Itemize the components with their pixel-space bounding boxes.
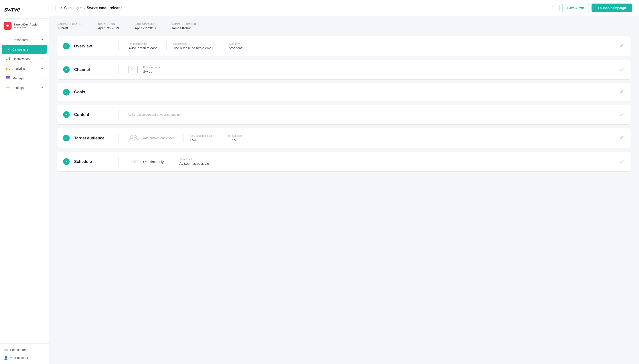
meta-created: CREATED ON Apr 17th 2019 xyxy=(91,22,128,30)
content-description: Add creative content to your campaign xyxy=(128,113,614,116)
footer-item-account[interactable]: 👤 Your account xyxy=(0,354,49,362)
sidebar-item-analytics[interactable]: Analytics ▾ xyxy=(2,64,47,74)
channel-edit-icon[interactable] xyxy=(619,66,625,73)
svg-rect-8 xyxy=(6,77,10,78)
scheduled-value: As soon as possible xyxy=(179,162,209,165)
schedule-fields: One time only Scheduled As soon as possi… xyxy=(143,158,614,165)
sidebar-item-label: Settings xyxy=(13,86,24,90)
provider-field: Provider name Swrve xyxy=(143,66,169,74)
account-icon: ★ xyxy=(4,22,12,30)
goals-edit-icon[interactable] xyxy=(619,89,625,96)
overview-check: ✓ xyxy=(63,43,70,50)
content-check: ✓ xyxy=(63,111,70,118)
sidebar-item-dashboard[interactable]: ⊞ Dashboard ▾ xyxy=(2,35,47,44)
audience-edit-icon[interactable] xyxy=(619,135,625,142)
breadcrumb-separator: › xyxy=(84,6,85,10)
provider-label: Provider name xyxy=(143,66,160,69)
status-dot xyxy=(58,27,60,29)
sidebar-item-settings[interactable]: Settings ▾ xyxy=(2,83,47,92)
sidebar-item-manage[interactable]: Manage ▾ xyxy=(2,74,47,83)
meta-status: CAMPAIGN STATUS Draft xyxy=(58,22,91,30)
breadcrumb-campaigns-text: Campaigns xyxy=(64,6,82,10)
channel-section: ✓ Channel Provider name Swrve xyxy=(57,60,631,80)
svg-point-13 xyxy=(134,136,136,138)
sidebar-item-campaigns[interactable]: ✈ Campaigns xyxy=(2,45,47,54)
svg-rect-3 xyxy=(9,57,10,60)
updated-value: Apr 17th 2019 xyxy=(135,26,156,30)
content-edit-icon[interactable] xyxy=(619,111,625,118)
logo-text: swrve xyxy=(5,7,29,14)
content-title: Content xyxy=(74,112,110,117)
main-nav: ⊞ Dashboard ▾ ✈ Campaigns Optimization ▾… xyxy=(0,33,49,344)
meta-updated: LAST UPDATED Apr 17th 2019 xyxy=(128,22,164,30)
audience-check: ✓ xyxy=(63,135,70,142)
meta-owner: CAMPAIGN OWNER James Kehoe xyxy=(165,22,205,30)
sidebar: swrve ★ Swrve-Dev-Apple Sandbox ⊞ Dashbo… xyxy=(0,0,49,364)
svg-rect-4 xyxy=(6,68,7,70)
schedule-edit-icon[interactable] xyxy=(619,158,625,165)
svg-rect-7 xyxy=(6,76,10,77)
launch-campaign-button[interactable]: Launch campaign xyxy=(591,4,632,12)
audience-title: Target audience xyxy=(74,136,110,140)
top-header: ✈ Campaigns › Swrve email release ⋮ Save… xyxy=(49,0,639,16)
svg-rect-9 xyxy=(6,78,10,79)
sidebar-logo: swrve xyxy=(0,0,49,18)
sidebar-footer: 📖 Help center 👤 Your account xyxy=(0,344,49,364)
svg-rect-2 xyxy=(8,58,9,60)
campaign-meta: CAMPAIGN STATUS Draft CREATED ON Apr 17t… xyxy=(57,22,631,30)
breadcrumb-campaigns-link[interactable]: ✈ Campaigns xyxy=(60,6,82,10)
account-section[interactable]: ★ Swrve-Dev-Apple Sandbox xyxy=(0,18,49,33)
save-exit-button[interactable]: Save & exit xyxy=(562,4,589,12)
description-field: Description The release of swrve email xyxy=(166,42,222,50)
schedule-check: ✓ xyxy=(63,158,70,165)
overview-title: Overview xyxy=(74,44,110,48)
campaign-name-field: Campaign name Swrve email release xyxy=(128,42,166,50)
more-options-icon[interactable]: ⋮ xyxy=(548,4,557,12)
category-label: Category xyxy=(229,42,243,46)
est-size-value: 654 xyxy=(190,138,212,142)
sidebar-item-label: Optimization xyxy=(13,57,30,61)
header-actions: ⋮ Save & exit Launch campaign xyxy=(548,4,632,12)
actions-divider xyxy=(559,5,560,11)
est-size-label: Est. audience size xyxy=(190,134,212,138)
created-value: Apr 17th 2019 xyxy=(98,26,119,30)
svg-point-10 xyxy=(8,87,9,88)
dashboard-icon: ⊞ xyxy=(6,38,10,42)
account-info: Swrve-Dev-Apple Sandbox xyxy=(14,23,38,29)
help-label: Help center xyxy=(10,348,26,352)
overview-edit-icon[interactable] xyxy=(619,43,625,50)
account-badge: Sandbox xyxy=(14,26,38,29)
campaigns-icon: ✈ xyxy=(6,47,10,52)
settings-icon xyxy=(6,86,10,90)
campaign-name-value: Swrve email release xyxy=(128,46,158,50)
manage-icon xyxy=(6,76,10,80)
account-footer-icon: 👤 xyxy=(4,356,8,360)
chevron-down-icon: ▾ xyxy=(42,68,43,70)
goals-title: Goals xyxy=(74,90,110,94)
description-value: The release of swrve email xyxy=(173,46,213,50)
schedule-title: Schedule xyxy=(74,160,110,164)
pct-users-field: % total users 99.55 xyxy=(221,134,252,142)
svg-point-12 xyxy=(130,135,133,138)
provider-value: Swrve xyxy=(143,70,160,74)
goals-section: ✓ Goals xyxy=(57,83,631,101)
footer-item-help[interactable]: 📖 Help center xyxy=(0,346,49,354)
description-label: Description xyxy=(173,42,213,46)
owner-label: CAMPAIGN OWNER xyxy=(172,22,196,25)
schedule-icon-area xyxy=(128,159,139,164)
sidebar-item-label: Campaigns xyxy=(13,48,28,51)
updated-label: LAST UPDATED xyxy=(135,22,156,25)
pct-users-label: % total users xyxy=(228,134,243,138)
svg-text:swrve: swrve xyxy=(5,5,20,13)
pct-users-value: 99.55 xyxy=(228,138,243,142)
account-name: Swrve-Dev-Apple xyxy=(14,23,38,26)
sidebar-item-optimization[interactable]: Optimization ▾ xyxy=(2,54,47,64)
scheduled-field: Scheduled As soon as possible xyxy=(173,158,218,165)
overview-fields: Campaign name Swrve email release Descri… xyxy=(128,42,614,50)
owner-value: James Kehoe xyxy=(172,26,196,30)
est-size-field: Est. audience size 654 xyxy=(183,134,221,142)
audience-text: Add custom audiences xyxy=(143,136,175,140)
channel-fields: Provider name Swrve xyxy=(143,66,614,74)
chevron-down-icon: ▾ xyxy=(42,86,43,89)
channel-check: ✓ xyxy=(63,66,70,73)
